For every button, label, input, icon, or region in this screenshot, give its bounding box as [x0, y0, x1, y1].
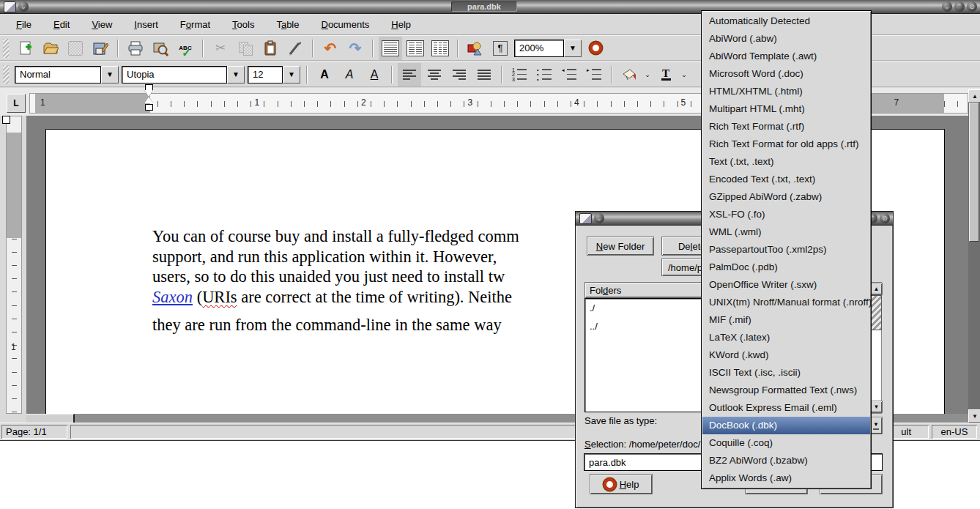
font-size-dropdown-arrow[interactable]: ▼ — [283, 66, 300, 83]
style-value[interactable]: Normal — [15, 66, 101, 83]
indent-markers[interactable] — [144, 83, 153, 113]
view-one-column-button[interactable] — [379, 37, 402, 60]
align-right-button[interactable] — [448, 63, 471, 86]
file-type-option[interactable]: OpenOffice Writer (.sxw) — [702, 276, 870, 294]
paste-button[interactable] — [259, 37, 282, 60]
new-folder-button[interactable]: New Folder — [587, 237, 654, 256]
align-left-button[interactable] — [398, 63, 421, 86]
font-color-button[interactable]: T — [654, 63, 678, 86]
help-button[interactable] — [584, 37, 607, 60]
file-type-option[interactable]: XSL-FO (.fo) — [702, 206, 870, 223]
scroll-down-button[interactable]: ▼ — [968, 409, 980, 423]
file-type-option[interactable]: Rich Text Format (.rtf) — [702, 118, 870, 135]
dialog-window-menu-button[interactable]: ⌄ — [594, 213, 604, 223]
file-type-option[interactable]: HTML/XHTML (.html) — [702, 83, 870, 100]
dialog-close-button[interactable]: ⊘ — [880, 213, 890, 223]
file-type-option[interactable]: BZ2 AbiWord (.bzabw) — [702, 452, 870, 469]
vertical-scroll-thumb[interactable] — [969, 103, 979, 242]
font-size-value[interactable]: 12 — [248, 66, 283, 83]
file-type-option[interactable]: ISCII Text (.isc, .iscii) — [702, 364, 870, 382]
file-type-option[interactable]: PalmDoc (.pdb) — [702, 259, 870, 276]
menu-tools[interactable]: Tools — [223, 16, 263, 33]
menu-view[interactable]: View — [83, 16, 121, 33]
file-type-option[interactable]: MIF (.mif) — [702, 311, 870, 329]
file-type-option[interactable]: WML (.wml) — [702, 223, 870, 241]
horizontal-scroll-thumb[interactable] — [26, 414, 75, 423]
file-type-option[interactable]: PassepartoutToo (.xml2ps) — [702, 241, 870, 259]
menu-insert[interactable]: Insert — [125, 16, 167, 33]
file-type-option[interactable]: Automatically Detected — [702, 12, 870, 30]
file-type-option[interactable]: Text (.txt, .text) — [702, 153, 870, 171]
folder-item[interactable]: ../ — [588, 319, 699, 338]
highlight-color-dropdown-arrow[interactable]: ⌄ — [642, 71, 653, 78]
bullet-list-button[interactable]: ••• — [532, 63, 556, 86]
zoom-value[interactable]: 200% — [514, 40, 564, 57]
bold-button[interactable]: A — [313, 63, 336, 86]
dialog-help-button[interactable]: Help — [590, 474, 653, 494]
file-type-option[interactable]: Rich Text Format for old apps (.rtf) — [702, 135, 870, 153]
font-value[interactable]: Utopia — [122, 66, 227, 83]
file-type-option[interactable]: Coquille (.coq) — [702, 434, 870, 452]
left-indent-bottom-marker[interactable] — [144, 97, 153, 103]
maximize-button[interactable]: ⌃ — [954, 1, 965, 12]
file-type-option[interactable]: Encoded Text (.txt, .text) — [702, 171, 870, 188]
menu-format[interactable]: Format — [171, 16, 219, 33]
folders-list[interactable]: ./../ — [584, 298, 703, 412]
file-type-option[interactable]: LaTeX (.latex) — [702, 329, 870, 346]
tab-stop-selector[interactable]: L — [7, 94, 26, 113]
stylus-button[interactable] — [283, 37, 307, 60]
scroll-up-button[interactable]: ▲ — [968, 89, 980, 103]
file-type-option[interactable]: UNIX(tm) Nroff/Manual format (.nroff) — [702, 294, 870, 311]
open-file-button[interactable] — [39, 37, 62, 60]
files-scroll-up-button[interactable]: ▲ — [870, 283, 883, 295]
files-scroll-thumb[interactable] — [871, 295, 882, 330]
toolbar-drag-handle[interactable] — [3, 65, 9, 84]
file-type-option[interactable]: AbiWord (.abw) — [702, 30, 870, 48]
redo-button[interactable]: ↷ — [344, 37, 367, 60]
hyperlink-saxon[interactable]: Saxon — [152, 288, 193, 306]
file-type-option[interactable]: GZipped AbiWord (.zabw) — [702, 188, 870, 206]
font-dropdown-arrow[interactable]: ▼ — [227, 66, 245, 83]
align-justify-button[interactable] — [472, 63, 496, 86]
left-indent-square-marker[interactable] — [145, 104, 153, 111]
vertical-scrollbar[interactable]: ▲ ▼ — [968, 89, 980, 423]
decrease-indent-button[interactable]: ◂ — [557, 63, 581, 86]
menu-documents[interactable]: Documents — [313, 16, 379, 33]
insert-symbol-button[interactable] — [464, 37, 487, 60]
file-type-option[interactable]: AbiWord Template (.awt) — [702, 48, 870, 65]
file-type-option[interactable]: KWord (.kwd) — [702, 346, 870, 364]
files-scroll-down-button[interactable]: ▼ — [870, 401, 883, 413]
toolbar-drag-handle[interactable] — [3, 39, 9, 58]
numbered-list-button[interactable]: 123 — [508, 63, 531, 86]
save-as-button[interactable] — [89, 37, 112, 60]
file-type-option[interactable]: Microsoft Word (.doc) — [702, 65, 870, 83]
close-button[interactable]: ⊘ — [967, 1, 977, 12]
underline-button[interactable]: A — [363, 63, 386, 86]
file-type-option-selected[interactable]: DocBook (.dbk) — [702, 417, 870, 434]
align-center-button[interactable] — [423, 63, 446, 86]
font-color-dropdown-arrow[interactable]: ⌄ — [678, 71, 690, 78]
file-type-option[interactable]: Applix Words (.aw) — [702, 469, 870, 487]
print-preview-button[interactable] — [149, 37, 172, 60]
file-type-option[interactable]: Outlook Express Email (.eml) — [702, 399, 870, 417]
style-dropdown-arrow[interactable]: ▼ — [101, 66, 119, 83]
window-menu-button[interactable]: ⌄ — [18, 1, 29, 12]
new-document-button[interactable] — [14, 37, 37, 60]
spellcheck-button[interactable]: ABC✓ — [174, 37, 197, 60]
zoom-dropdown-arrow[interactable]: ▼ — [564, 40, 582, 57]
menu-table[interactable]: Table — [267, 16, 308, 33]
increase-indent-button[interactable]: ▸ — [582, 63, 606, 86]
undo-button[interactable]: ↶ — [319, 37, 342, 60]
file-type-option[interactable]: Multipart HTML (.mht) — [702, 100, 870, 118]
menu-help[interactable]: Help — [382, 16, 420, 33]
minimize-button[interactable]: ⌄ — [942, 1, 952, 12]
left-indent-top-marker[interactable] — [144, 90, 153, 97]
menu-file[interactable]: File — [7, 16, 40, 33]
folder-item[interactable]: ./ — [588, 301, 699, 319]
top-margin-marker[interactable] — [2, 116, 10, 124]
italic-button[interactable]: A — [338, 63, 361, 86]
folders-column-header[interactable]: Folders — [584, 282, 703, 298]
file-type-option[interactable]: Newsgroup Formatted Text (.nws) — [702, 382, 870, 399]
view-three-columns-button[interactable] — [428, 37, 452, 60]
show-paragraphs-button[interactable]: ¶ — [489, 37, 512, 60]
